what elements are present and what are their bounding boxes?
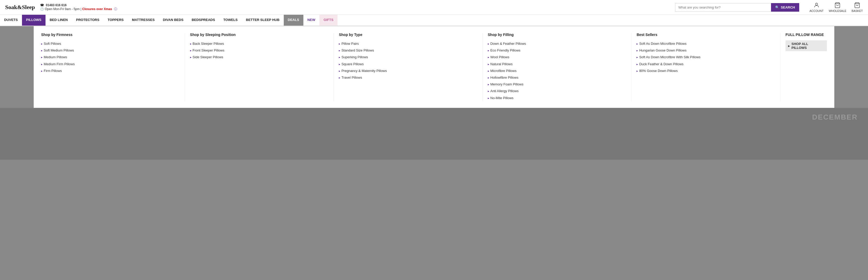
bg-text: DECEMBER [0, 108, 868, 127]
firmness-soft-medium[interactable]: ▸ Soft Medium Pillows [41, 47, 180, 54]
type-superking[interactable]: ▸ Superking Pillows [339, 54, 477, 61]
type-title: Shop by Type [339, 33, 477, 37]
phone-icon: ☎ [40, 3, 44, 7]
arrow-icon: ▸ [637, 42, 638, 46]
position-back[interactable]: ▸ Back Sleeper Pillows [190, 40, 329, 47]
dropdown-col-filling: Shop by Filling ▸ Down & Feather Pillows… [488, 33, 631, 101]
search-icon: 🔍 [775, 5, 779, 9]
closures-link[interactable]: Closures over Xmas [82, 7, 112, 11]
phone-number[interactable]: ☎ 01483 616 616 [40, 3, 117, 7]
nav-new[interactable]: NEW [303, 15, 319, 26]
arrow-icon: ▸ [190, 49, 192, 53]
nav-toppers[interactable]: TOPPERS [103, 15, 128, 26]
account-button[interactable]: ACCOUNT [810, 2, 824, 12]
arrow-icon: ▸ [339, 76, 340, 80]
arrow-icon: ▸ [41, 55, 43, 59]
search-button[interactable]: 🔍 SEARCH [771, 3, 799, 12]
header-icons: ACCOUNT WHOLESALE BASKET [810, 2, 863, 12]
search-input[interactable] [675, 3, 771, 12]
nav-towels[interactable]: TOWELS [219, 15, 242, 26]
bestseller-duck-feather-down[interactable]: ▸ Duck Feather & Down Pillows [637, 61, 775, 67]
arrow-icon: ▸ [488, 96, 489, 100]
arrow-icon: ▸ [637, 55, 638, 59]
arrow-icon: ▸ [190, 55, 192, 59]
firmness-firm[interactable]: ▸ Firm Pillows [41, 67, 180, 74]
firmness-medium[interactable]: ▸ Medium Pillows [41, 54, 180, 61]
type-standard[interactable]: ▸ Standard Size Pillows [339, 47, 477, 54]
nav-mattresses[interactable]: MATTRESSES [128, 15, 159, 26]
nav-divan-beds[interactable]: DIVAN BEDS [159, 15, 187, 26]
arrow-icon: ▸ [339, 42, 340, 46]
nav-duvets[interactable]: DUVETS [0, 15, 22, 26]
bestseller-soft-as-down-silk[interactable]: ▸ Soft As Down Microfibre With Silk Pill… [637, 54, 775, 61]
filling-wool[interactable]: ▸ Wool Pillows [488, 54, 626, 61]
arrow-icon: ▸ [637, 49, 638, 53]
bestseller-hungarian-goose-down[interactable]: ▸ Hungarian Goose Down Pillows [637, 47, 775, 54]
nav-protectors[interactable]: PROTECTORS [72, 15, 103, 26]
filling-anti-allergy[interactable]: ▸ Anti Allergy Pillows [488, 88, 626, 94]
arrow-icon: ▸ [488, 83, 489, 87]
arrow-icon: ▸ [339, 62, 340, 66]
filling-no-mite[interactable]: ▸ No-Mite Pillows [488, 95, 626, 101]
wholesale-icon [834, 2, 841, 8]
dropdown-col-full-range: FULL PILLOW RANGE ▸ SHOP ALL PILLOWS [785, 33, 827, 101]
type-square[interactable]: ▸ Square Pillows [339, 61, 477, 67]
svg-point-0 [815, 3, 817, 5]
filling-down-feather[interactable]: ▸ Down & Feather Pillows [488, 40, 626, 47]
filling-natural[interactable]: ▸ Natural Pillows [488, 61, 626, 67]
sleeping-position-title: Shop by Sleeping Position [190, 33, 329, 37]
arrow-icon: ▸ [41, 69, 43, 73]
arrow-icon: ▸ [41, 49, 43, 53]
position-side[interactable]: ▸ Side Sleeper Pillows [190, 54, 329, 61]
type-travel[interactable]: ▸ Travel Pillows [339, 74, 477, 81]
dropdown-col-sleeping-position: Shop by Sleeping Position ▸ Back Sleeper… [190, 33, 334, 101]
basket-button[interactable]: BASKET [852, 2, 863, 12]
dropdown-col-type: Shop by Type ▸ Pillow Pairs ▸ Standard S… [339, 33, 483, 101]
arrow-icon: ▸ [488, 76, 489, 80]
position-front[interactable]: ▸ Front Sleeper Pillows [190, 47, 329, 54]
pillows-dropdown: Shop by Firmness ▸ Soft Pillows ▸ Soft M… [34, 26, 834, 108]
filling-hollowfibre[interactable]: ▸ Hollowfibre Pillows [488, 74, 626, 81]
arrow-icon: ▸ [488, 89, 489, 93]
basket-icon [854, 2, 860, 8]
site-logo[interactable]: Soak&Sleep [5, 4, 35, 10]
wholesale-button[interactable]: WHOLESALE [829, 2, 846, 12]
nav-bedspreads[interactable]: BEDSPREADS [187, 15, 219, 26]
search-bar: 🔍 SEARCH [675, 3, 799, 12]
nav-deals[interactable]: DEALS [284, 15, 303, 26]
arrow-icon: ▸ [339, 55, 340, 59]
arrow-icon: ▸ [488, 69, 489, 73]
filling-memory-foam[interactable]: ▸ Memory Foam Pillows [488, 81, 626, 88]
hours-line: 🕐 Open Mon-Fri 9am - 5pm | Closures over… [40, 7, 117, 11]
arrow-icon: ▸ [339, 69, 340, 73]
nav-better-sleep-hub[interactable]: BETTER SLEEP HUB [242, 15, 284, 26]
contact-info: ☎ 01483 616 616 🕐 Open Mon-Fri 9am - 5pm… [40, 3, 117, 11]
type-pillow-pairs[interactable]: ▸ Pillow Pairs [339, 40, 477, 47]
arrow-icon: ▸ [339, 49, 340, 53]
nav-gifts[interactable]: GIFTS [319, 15, 338, 26]
site-header: Soak&Sleep ☎ 01483 616 616 🕐 Open Mon-Fr… [0, 0, 868, 15]
arrow-icon: ▸ [788, 44, 790, 48]
nav-pillows[interactable]: PILLOWS [22, 15, 45, 26]
page-background: DECEMBER [0, 108, 868, 160]
type-pregnancy[interactable]: ▸ Pregnancy & Maternity Pillows [339, 67, 477, 74]
bestseller-soft-down-microfibre[interactable]: ▸ Soft As Down Microfibre Pillows [637, 40, 775, 47]
filling-microfibre[interactable]: ▸ Microfibre Pillows [488, 67, 626, 74]
info-icon: ⓘ [114, 7, 117, 11]
shop-all-pillows-button[interactable]: ▸ SHOP ALL PILLOWS [785, 40, 827, 51]
nav-bed-linen[interactable]: BED LINEN [45, 15, 72, 26]
arrow-icon: ▸ [488, 49, 489, 53]
dropdown-col-firmness: Shop by Firmness ▸ Soft Pillows ▸ Soft M… [41, 33, 185, 101]
firmness-medium-firm[interactable]: ▸ Medium Firm Pillows [41, 61, 180, 67]
filling-eco[interactable]: ▸ Eco Friendly Pillows [488, 47, 626, 54]
main-navbar: DUVETS PILLOWS BED LINEN PROTECTORS TOPP… [0, 15, 868, 26]
arrow-icon: ▸ [190, 42, 192, 46]
firmness-soft[interactable]: ▸ Soft Pillows [41, 40, 180, 47]
filling-title: Shop by Filling [488, 33, 626, 37]
bestseller-80-goose-down[interactable]: ▸ 80% Goose Down Pillows [637, 67, 775, 74]
bestsellers-title: Best Sellers [637, 33, 775, 37]
clock-icon: 🕐 [40, 7, 44, 11]
arrow-icon: ▸ [488, 55, 489, 59]
dropdown-menu: Shop by Firmness ▸ Soft Pillows ▸ Soft M… [34, 26, 834, 108]
arrow-icon: ▸ [41, 42, 43, 46]
